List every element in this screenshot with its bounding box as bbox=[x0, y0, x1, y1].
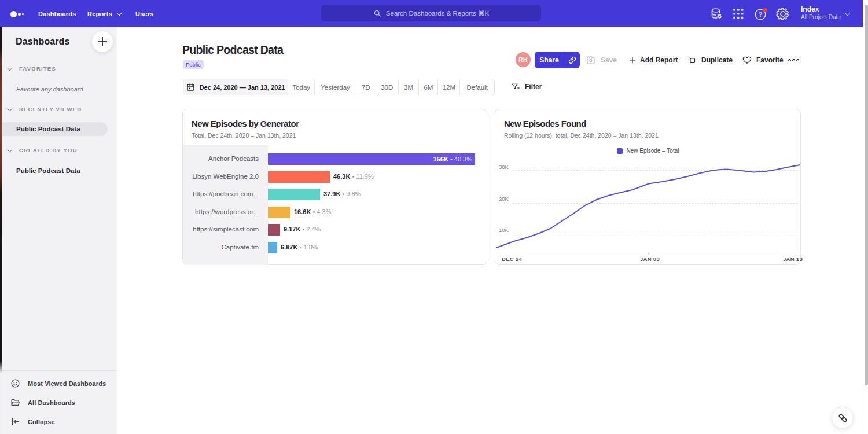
svg-text:?: ? bbox=[758, 11, 762, 18]
